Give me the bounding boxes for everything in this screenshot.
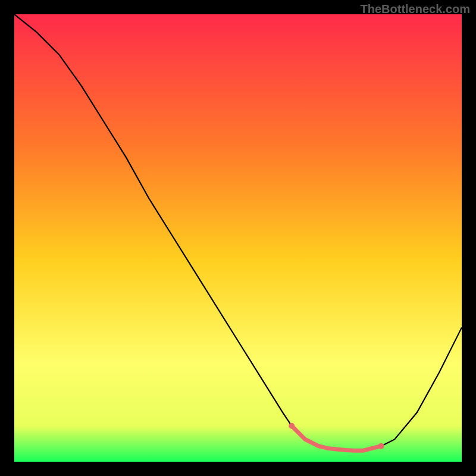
highlight-dot bbox=[378, 443, 384, 449]
chart-plot-area bbox=[14, 14, 462, 462]
gradient-background bbox=[14, 14, 462, 462]
highlight-dot bbox=[289, 423, 295, 429]
chart-svg bbox=[14, 14, 462, 462]
watermark-text: TheBottleneck.com bbox=[361, 2, 470, 16]
